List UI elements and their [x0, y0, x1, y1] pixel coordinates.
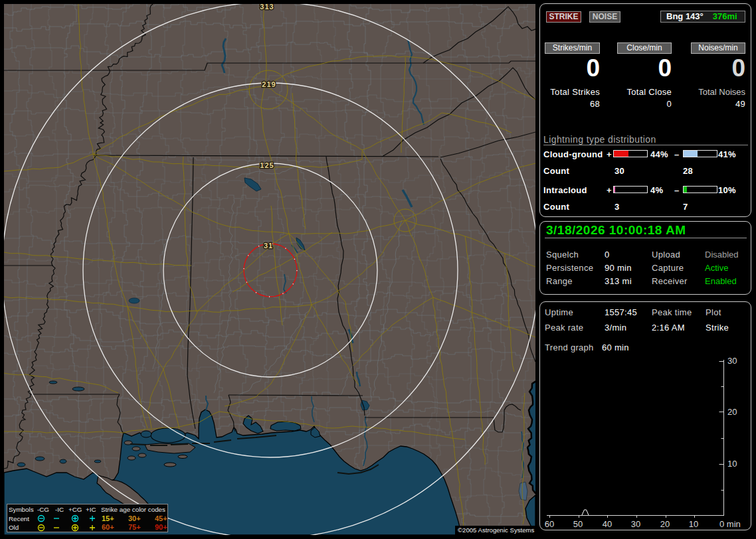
svg-text:219: 219	[262, 80, 276, 88]
svg-text:10: 10	[689, 519, 698, 529]
svg-text:60: 60	[545, 519, 554, 529]
svg-text:313: 313	[260, 4, 274, 11]
svg-text:20: 20	[727, 407, 737, 417]
svg-text:50: 50	[573, 519, 583, 529]
svg-text:0 min: 0 min	[719, 519, 741, 529]
svg-text:31: 31	[264, 242, 273, 250]
svg-text:40: 40	[603, 519, 612, 529]
svg-text:30: 30	[727, 356, 737, 366]
svg-text:20: 20	[660, 519, 670, 529]
svg-text:10: 10	[727, 459, 737, 469]
svg-text:125: 125	[260, 161, 274, 169]
svg-text:30: 30	[631, 519, 640, 529]
